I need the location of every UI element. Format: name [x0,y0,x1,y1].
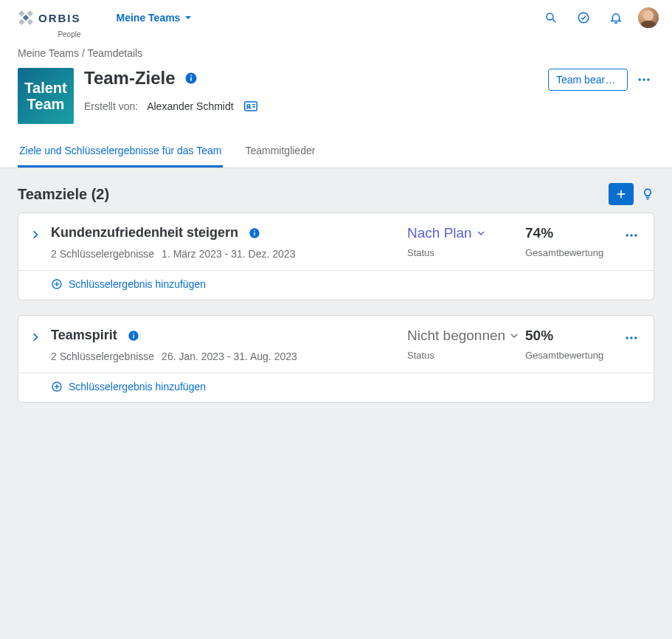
score-label: Gesamtbewertung [525,247,621,258]
svg-point-7 [247,104,250,107]
add-goal-button[interactable] [609,183,634,205]
info-icon [128,330,139,342]
status-value: Nicht begonnen [407,328,505,344]
breadcrumb: Meine Teams / Teamdetails [18,47,654,59]
add-key-result-button[interactable]: Schlüsselergebnis hinzufügen [51,381,206,393]
add-kr-label: Schlüsselergebnis hinzufügen [69,278,206,290]
goal-kr-count: 2 Schlüsselergebnisse [51,248,154,260]
goal-info-button[interactable] [128,330,139,342]
user-avatar-button[interactable] [634,3,663,32]
breadcrumb-current: Teamdetails [87,47,142,59]
goal-main: Kundenzufriedenheit steigern 2 Schlüssel… [18,213,654,270]
goal-footer: Schlüsselergebnis hinzufügen [18,373,654,402]
nav-my-teams-dropdown[interactable]: Meine Teams [108,0,201,35]
status-dropdown[interactable]: Nicht begonnen [407,328,525,344]
svg-point-12 [647,78,649,80]
dots-icon [637,72,651,87]
goal-meta: 2 Schlüsselergebnisse 26. Jan. 2023 - 31… [51,350,407,362]
creator-label: Erstellt von: [84,100,138,112]
page-title: Team-Ziele [84,68,176,89]
section-header: Teamziele (2) [18,177,654,213]
svg-line-1 [553,19,555,22]
svg-rect-17 [254,230,254,231]
status-column: Nicht begonnen Status [407,328,525,361]
goal-title-column: Kundenzufriedenheit steigern 2 Schlüssel… [46,225,407,260]
score-label: Gesamtbewertung [525,350,621,361]
shell-left: ORBIS People Meine Teams [0,0,201,35]
svg-point-20 [634,234,637,236]
goal-daterange: 1. März 2023 - 31. Dez. 2023 [162,248,295,260]
plus-circle-icon [51,381,63,393]
dots-icon [624,228,639,243]
tasks-button[interactable] [569,3,598,32]
search-button[interactable] [536,3,566,32]
goal-daterange: 26. Jan. 2023 - 31. Aug. 2023 [162,350,297,362]
svg-rect-25 [133,334,134,338]
svg-rect-16 [254,232,254,235]
status-column: Nach Plan Status [407,225,525,258]
goal-meta: 2 Schlüsselergebnisse 1. März 2023 - 31.… [51,248,407,260]
breadcrumb-root[interactable]: Meine Teams [18,47,79,59]
plus-icon [615,188,627,200]
goal-title[interactable]: Kundenzufriedenheit steigern [51,225,238,241]
logo-icon [14,6,37,29]
content: Teamziele (2) Kundenzufriedenheit steige… [0,168,672,426]
chevron-down-icon [477,229,485,238]
object-left: Talent Team Team-Ziele Erstellt von: Ale… [18,68,257,124]
hint-button[interactable] [641,187,654,201]
check-circle-icon [577,11,590,24]
goal-info-button[interactable] [249,227,260,239]
plus-circle-icon [51,278,63,290]
lightbulb-icon [641,187,654,201]
svg-point-18 [626,234,628,236]
info-icon [184,72,198,85]
svg-point-28 [630,336,632,339]
avatar [638,7,659,28]
goal-overflow-button[interactable] [621,328,642,348]
section-title: Teamziele (2) [18,186,109,203]
logo[interactable]: ORBIS People [0,10,108,26]
tab-okrs[interactable]: Ziele und Schlüsselergebnisse für das Te… [18,137,223,167]
dots-icon [624,331,639,345]
shell-right [536,3,663,32]
tab-members[interactable]: Teammitglieder [243,137,316,167]
expand-toggle[interactable] [30,332,46,342]
object-header: Talent Team Team-Ziele Erstellt von: Ale… [18,68,654,124]
svg-point-0 [547,13,553,20]
caret-down-icon [184,14,192,21]
status-dropdown[interactable]: Nach Plan [407,225,525,241]
tabs: Ziele und Schlüsselergebnisse für das Te… [18,137,654,167]
title-info-button[interactable] [184,72,198,85]
svg-point-29 [634,336,637,339]
goal-overflow-button[interactable] [621,225,642,246]
object-info: Team-Ziele Erstellt von: Alexander Schmi… [84,68,257,124]
nav-my-teams-label: Meine Teams [117,12,181,24]
object-actions: Team bearbei... [548,68,654,91]
add-key-result-button[interactable]: Schlüsselergebnis hinzufügen [51,278,206,290]
status-value: Nach Plan [407,225,472,241]
goal-title[interactable]: Teamspirit [51,328,117,343]
edit-team-button[interactable]: Team bearbei... [548,69,628,91]
status-label: Status [407,350,525,361]
goal-title-column: Teamspirit 2 Schlüsselergebnisse 26. Jan… [46,328,407,362]
notifications-button[interactable] [601,3,631,32]
svg-point-19 [630,234,632,236]
svg-point-2 [578,13,589,23]
expand-toggle[interactable] [30,229,46,240]
svg-rect-5 [190,75,192,77]
svg-rect-4 [190,77,192,81]
creator-name: Alexander Schmidt [147,100,234,112]
score-value: 74% [525,225,621,241]
chevron-down-icon [510,331,519,340]
score-column: 74% Gesamtbewertung [525,225,621,258]
section-actions [609,183,654,205]
contact-card-button[interactable] [244,101,257,111]
header-overflow-button[interactable] [634,68,654,91]
svg-point-11 [642,78,645,80]
chevron-right-icon [30,229,41,240]
shell-header: ORBIS People Meine Teams [0,0,672,35]
goal-card: Kundenzufriedenheit steigern 2 Schlüssel… [18,213,654,300]
creator-row: Erstellt von: Alexander Schmidt [84,100,257,112]
goal-card: Teamspirit 2 Schlüsselergebnisse 26. Jan… [18,315,654,403]
svg-rect-26 [133,333,134,334]
